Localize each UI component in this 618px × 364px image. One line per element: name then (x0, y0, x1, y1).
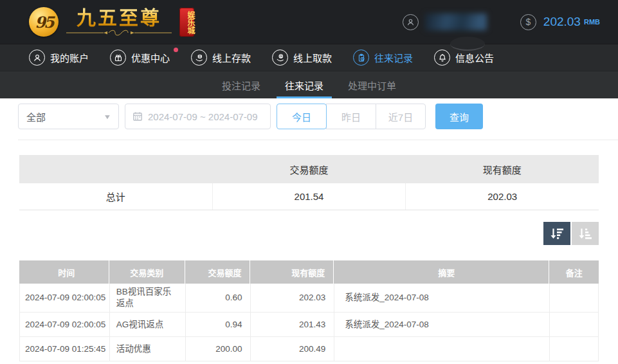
sub-nav: 投注记录 往来记录 处理中订单 (0, 71, 618, 98)
nav-decorative-bump (450, 37, 485, 51)
table-row: 2024-07-09 01:25:45 活动优惠 200.00 200.49 (19, 337, 599, 361)
logo-monogram-icon: 95 (29, 7, 59, 37)
cell-summary: 系统派发_2024-07-08 (334, 313, 549, 336)
balance-currency: RMB (584, 18, 600, 26)
nav-item-promotions[interactable]: 优惠中心 (110, 50, 170, 66)
cell-transaction-type: BB视讯百家乐返点 (109, 284, 185, 312)
cell-remark (549, 337, 599, 361)
cell-transaction-type: AG视讯返点 (109, 313, 185, 336)
cell-transaction-amount: 0.60 (185, 284, 251, 312)
type-select[interactable]: 全部 ▼ (18, 104, 119, 129)
date-range-input[interactable]: 2024-07-09 ~ 2024-07-09 (125, 104, 271, 129)
nav-label: 往来记录 (374, 51, 413, 64)
tab-transaction-records[interactable]: 往来记录 (277, 71, 332, 98)
account-chip[interactable] (403, 14, 487, 30)
header-current-amount: 现有额度 (250, 260, 334, 284)
sort-toolbar (19, 222, 599, 245)
quick-range-today[interactable]: 今日 (277, 104, 327, 129)
deposit-icon (191, 50, 207, 66)
table-row: 2024-07-09 02:00:05 AG视讯返点 0.94 201.43 系… (19, 313, 599, 337)
quick-range-yesterday[interactable]: 昨日 (326, 104, 376, 129)
chevron-down-icon: ▼ (104, 113, 112, 120)
summary-table: 交易额度 现有额度 总计 201.54 202.03 (19, 155, 599, 210)
user-icon (29, 50, 45, 66)
summary-current-amount: 202.03 (405, 183, 599, 210)
records-icon (353, 50, 369, 66)
top-bar-right: $ 202.03 RMB (403, 14, 600, 30)
top-bar: 95 九五至尊 娱乐城 $ (0, 0, 618, 44)
sort-descending-button[interactable] (543, 222, 570, 245)
cell-summary (334, 337, 549, 361)
filter-row: 全部 ▼ 2024-07-09 ~ 2024-07-09 今日 昨日 近7日 查… (18, 104, 600, 129)
sort-ascending-button[interactable] (572, 222, 599, 245)
cell-time: 2024-07-09 01:25:45 (19, 337, 109, 361)
table-row: 2024-07-09 02:00:05 BB视讯百家乐返点 0.60 202.0… (19, 284, 599, 313)
cell-current-amount: 200.49 (250, 337, 334, 361)
date-range-value: 2024-07-09 ~ 2024-07-09 (148, 111, 258, 122)
cell-transaction-type: 活动优惠 (109, 337, 185, 361)
summary-transaction-amount: 201.54 (212, 183, 406, 210)
cell-transaction-amount: 0.94 (185, 313, 251, 336)
gift-icon (110, 50, 126, 66)
logo-badge: 娱乐城 (179, 8, 194, 37)
search-button[interactable]: 查询 (435, 104, 483, 129)
tab-bet-records[interactable]: 投注记录 (214, 71, 269, 98)
balance-amount: 202.03 (543, 15, 581, 29)
summary-header-current-amount: 现有额度 (406, 163, 599, 176)
records-table: 时间 交易类别 交易额度 现有额度 摘要 备注 2024-07-09 02:00… (19, 260, 599, 361)
type-select-value: 全部 (26, 110, 46, 123)
site-logo[interactable]: 95 九五至尊 娱乐城 (29, 7, 194, 37)
cell-remark (549, 313, 599, 336)
main-nav: 我的账户 优惠中心 线上存款 线上取款 (0, 44, 618, 71)
notification-dot (174, 48, 178, 52)
cell-time: 2024-07-09 02:00:05 (19, 313, 109, 336)
records-header-row: 时间 交易类别 交易额度 现有额度 摘要 备注 (19, 260, 599, 284)
dollar-coin-icon: $ (520, 14, 536, 30)
summary-header-row: 交易额度 现有额度 (19, 155, 599, 183)
nav-label: 信息公告 (455, 51, 494, 64)
quick-range-last7days[interactable]: 近7日 (376, 104, 426, 129)
username-redacted (425, 14, 487, 30)
balance-display[interactable]: $ 202.03 RMB (520, 14, 600, 30)
header-summary: 摘要 (334, 260, 549, 284)
nav-label: 线上存款 (212, 51, 251, 64)
nav-label: 线上取款 (293, 51, 332, 64)
quick-range-group: 今日 昨日 近7日 (277, 104, 426, 129)
summary-total-row: 总计 201.54 202.03 (19, 183, 599, 210)
cell-transaction-amount: 200.00 (185, 337, 251, 361)
header-remark: 备注 (549, 260, 599, 284)
cell-remark (549, 284, 599, 312)
withdraw-icon (272, 50, 288, 66)
bell-icon (434, 50, 450, 66)
nav-item-deposit[interactable]: 线上存款 (191, 50, 251, 66)
header-time: 时间 (19, 260, 109, 284)
cell-current-amount: 201.43 (250, 313, 334, 336)
nav-item-withdraw[interactable]: 线上取款 (272, 50, 332, 66)
summary-header-transaction-amount: 交易额度 (212, 163, 405, 176)
cell-current-amount: 202.03 (250, 284, 334, 312)
nav-item-my-account[interactable]: 我的账户 (29, 50, 89, 66)
header-transaction-amount: 交易额度 (185, 260, 251, 284)
logo-flourish (65, 30, 173, 36)
tab-pending-orders[interactable]: 处理中订单 (340, 71, 404, 98)
nav-item-announcements[interactable]: 信息公告 (434, 50, 494, 66)
section-divider (18, 140, 618, 140)
calendar-icon (132, 111, 143, 122)
nav-item-transactions[interactable]: 往来记录 (353, 50, 413, 66)
nav-label: 优惠中心 (131, 51, 170, 64)
summary-total-label: 总计 (19, 183, 212, 210)
header-transaction-type: 交易类别 (109, 260, 185, 284)
logo-text-block: 九五至尊 (65, 8, 173, 36)
user-icon (403, 14, 419, 30)
logo-title: 九五至尊 (77, 8, 161, 28)
nav-label: 我的账户 (50, 51, 89, 64)
cell-time: 2024-07-09 02:00:05 (19, 284, 109, 312)
cell-summary: 系统派发_2024-07-08 (334, 284, 549, 312)
